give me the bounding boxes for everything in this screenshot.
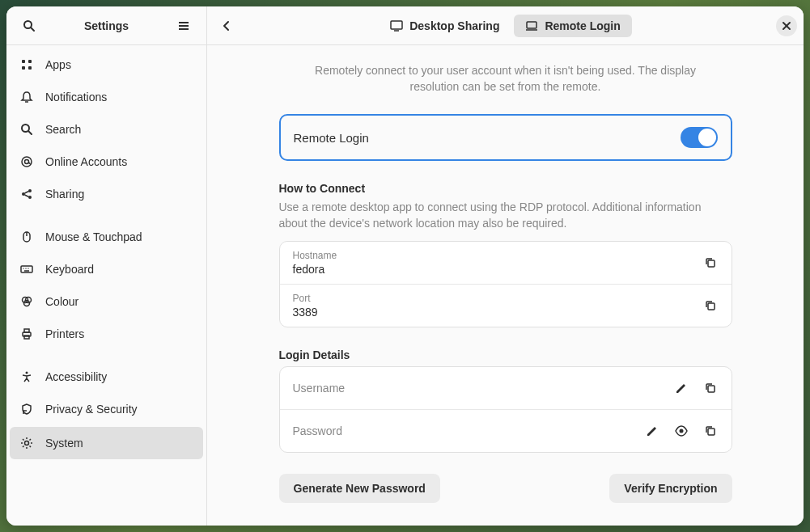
copy-username-button[interactable] — [702, 380, 719, 396]
keyboard-icon — [19, 262, 34, 277]
svg-point-22 — [23, 268, 23, 268]
sidebar-item-sharing[interactable]: Sharing — [6, 178, 206, 210]
sidebar-item-mouse-touchpad[interactable]: Mouse & Touchpad — [6, 221, 206, 253]
sidebar: Settings AppsNotificationsSearchOnline A… — [6, 6, 206, 526]
edit-password-button[interactable] — [644, 423, 660, 439]
sidebar-item-keyboard[interactable]: Keyboard — [6, 253, 206, 285]
eye-icon — [675, 424, 688, 437]
apps-icon — [19, 57, 34, 72]
login-details-card: Username Password — [279, 366, 732, 453]
copy-port-button[interactable] — [702, 298, 719, 314]
sidebar-item-search[interactable]: Search — [6, 113, 206, 146]
toggle-label: Remote Login — [294, 131, 369, 145]
laptop-icon — [525, 19, 538, 32]
tab-label: Desktop Sharing — [409, 19, 499, 32]
show-password-button[interactable] — [673, 423, 689, 439]
sidebar-item-apps[interactable]: Apps — [6, 49, 206, 81]
edit-username-button[interactable] — [673, 380, 689, 396]
remote-login-toggle-row: Remote Login — [279, 114, 732, 161]
hostname-label: Hostname — [293, 250, 702, 261]
footer-buttons: Generate New Password Verify Encryption — [279, 474, 732, 503]
hostname-row: Hostname fedora — [280, 242, 732, 285]
port-value: 3389 — [293, 306, 702, 319]
copy-icon — [704, 382, 717, 395]
sidebar-item-label: Apps — [45, 58, 71, 71]
mouse-icon — [19, 230, 34, 244]
svg-line-11 — [28, 131, 32, 134]
svg-rect-7 — [22, 66, 25, 70]
printer-icon — [19, 327, 34, 341]
sidebar-item-system[interactable]: System — [10, 427, 203, 459]
sidebar-item-label: Privacy & Security — [45, 403, 138, 416]
copy-icon — [704, 256, 717, 269]
sidebar-item-online-accounts[interactable]: Online Accounts — [6, 146, 206, 178]
verify-encryption-button[interactable]: Verify Encryption — [609, 474, 732, 503]
sidebar-item-label: Sharing — [45, 188, 84, 201]
sidebar-item-label: Colour — [45, 295, 78, 308]
svg-rect-41 — [708, 303, 715, 310]
svg-point-16 — [28, 196, 32, 199]
close-button[interactable] — [776, 15, 797, 36]
sidebar-item-label: Printers — [45, 327, 84, 340]
menu-button[interactable] — [171, 13, 197, 39]
copy-hostname-button[interactable] — [702, 255, 719, 271]
content-area[interactable]: Remotely connect to your user account wh… — [207, 45, 804, 526]
chevron-left-icon — [220, 19, 233, 32]
share-icon — [19, 187, 34, 201]
svg-rect-42 — [708, 386, 715, 392]
sidebar-item-label: Keyboard — [45, 263, 94, 276]
sidebar-item-privacy-security[interactable]: Privacy & Security — [6, 393, 206, 425]
sidebar-item-label: Search — [45, 123, 81, 136]
tab-remote-login[interactable]: Remote Login — [514, 15, 631, 37]
svg-point-12 — [22, 157, 32, 167]
svg-rect-31 — [24, 336, 29, 339]
username-label: Username — [293, 382, 673, 395]
generate-password-button[interactable]: Generate New Password — [279, 474, 440, 503]
svg-line-18 — [25, 195, 29, 197]
svg-point-33 — [25, 441, 29, 445]
sidebar-header: Settings — [6, 6, 206, 45]
search-icon — [19, 122, 34, 137]
svg-rect-36 — [527, 22, 536, 28]
svg-rect-8 — [28, 66, 32, 70]
sidebar-item-notifications[interactable]: Notifications — [6, 81, 206, 113]
svg-rect-40 — [708, 260, 715, 267]
search-button[interactable] — [16, 13, 42, 39]
svg-rect-30 — [24, 329, 29, 332]
back-button[interactable] — [214, 13, 240, 39]
svg-point-24 — [28, 268, 28, 268]
tab-label: Remote Login — [545, 19, 620, 32]
search-icon — [23, 19, 36, 32]
main-header: Desktop Sharing Remote Login — [207, 6, 804, 45]
password-row: Password — [280, 410, 732, 452]
pencil-icon — [675, 382, 688, 395]
at-icon — [19, 154, 34, 169]
port-row: Port 3389 — [280, 285, 732, 327]
desktop-icon — [390, 19, 403, 32]
settings-window: Settings AppsNotificationsSearchOnline A… — [6, 6, 804, 526]
copy-password-button[interactable] — [702, 423, 719, 439]
remote-login-switch[interactable] — [681, 127, 718, 148]
sidebar-item-label: Accessibility — [45, 370, 107, 383]
sidebar-item-accessibility[interactable]: Accessibility — [6, 361, 206, 393]
sidebar-item-printers[interactable]: Printers — [6, 318, 206, 350]
svg-rect-6 — [28, 60, 32, 63]
bell-icon — [19, 90, 34, 104]
accessibility-icon — [19, 369, 34, 384]
copy-icon — [704, 424, 717, 437]
password-label: Password — [293, 424, 644, 437]
sidebar-item-label: Mouse & Touchpad — [45, 230, 142, 243]
close-icon — [782, 21, 791, 31]
sidebar-list[interactable]: AppsNotificationsSearchOnline AccountsSh… — [6, 45, 206, 526]
sidebar-item-label: System — [45, 437, 83, 450]
svg-point-32 — [26, 372, 28, 374]
copy-icon — [704, 299, 717, 312]
sidebar-item-label: Notifications — [45, 91, 107, 103]
tab-desktop-sharing[interactable]: Desktop Sharing — [379, 15, 511, 37]
gear-icon — [19, 436, 34, 450]
svg-point-23 — [25, 268, 26, 268]
hostname-value: fedora — [293, 263, 702, 276]
how-to-connect-title: How to Connect — [279, 182, 732, 195]
svg-rect-44 — [708, 429, 715, 435]
sidebar-item-colour[interactable]: Colour — [6, 285, 206, 318]
